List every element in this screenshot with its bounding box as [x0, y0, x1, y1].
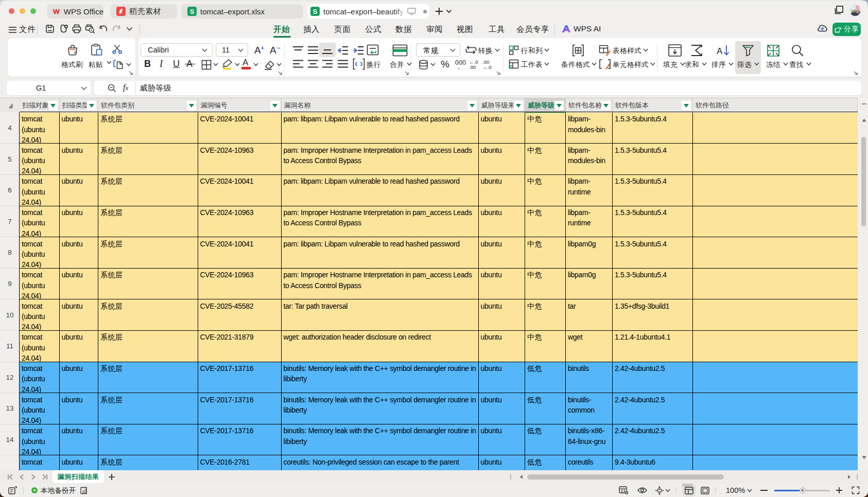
- svg-text:S: S: [313, 8, 318, 15]
- svg-text:S: S: [190, 8, 195, 15]
- svg-text:.00: .00: [469, 64, 476, 69]
- svg-text:→.0: →.0: [482, 64, 491, 69]
- svg-text:A: A: [717, 46, 723, 56]
